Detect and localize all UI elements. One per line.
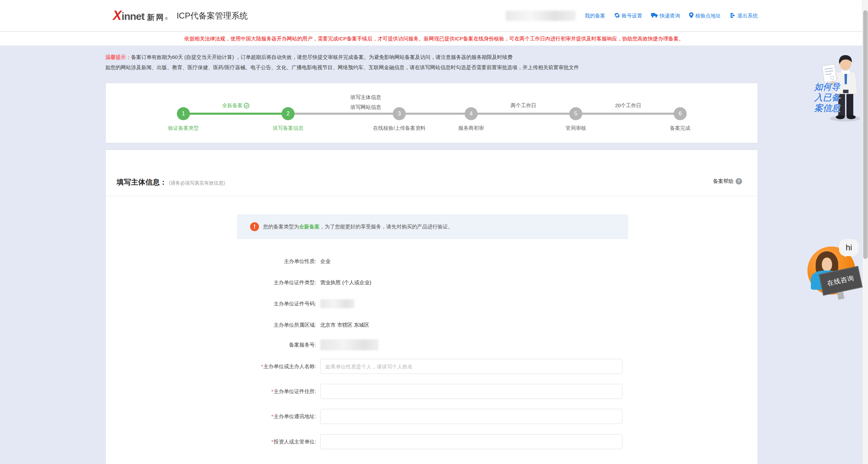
cert-address-input[interactable] [320, 384, 622, 399]
import-help-floater[interactable]: 如何导 入已备 案信息 [814, 51, 861, 123]
page-scrollbar [862, 0, 868, 464]
step-6-circle: 6 [674, 107, 687, 120]
row-service-number: 备案服务号: [106, 339, 757, 351]
warm-tips: 温馨提示：备案订单有效期为60天 (自提交当天开始计算) ，订单超期后将自动失效… [105, 52, 757, 73]
chat-hi-bubble: hi [839, 239, 859, 256]
step-1-label: 验证备案类型 [168, 125, 199, 131]
nav-express-query[interactable]: 快递查询 [651, 13, 680, 19]
form-subtitle: (请务必填写真实有效信息) [169, 180, 225, 186]
record-help-link[interactable]: 备案帮助 ? [713, 178, 742, 185]
stepper-track-completed [183, 113, 288, 115]
row-org-nature: 主办单位性质: 企业 [106, 256, 757, 266]
row-cert-type: 主办单位证件类型: 营业执照 (个人或企业) [106, 277, 757, 288]
redacted-service-number [320, 339, 378, 350]
check-circle-icon [244, 103, 249, 109]
logo-wordmark: innet [121, 11, 144, 22]
registered-mark: ® [165, 16, 168, 21]
org-name-input[interactable] [320, 359, 622, 374]
step-3-label: 在线核验/上传备案资料 [373, 125, 426, 131]
step-2-label: 填写备案信息 [273, 125, 303, 131]
row-cert-address: *主办单位证件住所: [106, 384, 757, 399]
warm-tips-line2: 如您的网站涉及新闻、出版、教育、医疗保健、医药/医疗器械、电子公告、文化、广播电… [105, 62, 757, 73]
online-chat-label: 在线咨询 [826, 274, 855, 288]
row-region: 主办单位所属区域: 北京市 市辖区 东城区 [106, 320, 757, 330]
location-pin-icon [689, 12, 694, 19]
top-header: Xinnet 新网® ICP代备案管理系统 我的备案 账号设置 快递查询 [0, 0, 868, 32]
xinnet-logo[interactable]: Xinnet 新网® [113, 9, 168, 23]
warm-tips-label: 温馨提示： [105, 54, 131, 60]
logo-chinese: 新网 [147, 12, 165, 23]
segment-label-fill-info: 填写主体信息 填写网站信息 [350, 92, 381, 112]
form-title: 填写主体信息：(请务必填写真实有效信息) [117, 177, 225, 187]
redacted-cert-number [320, 299, 354, 308]
step-5-label: 管局审核 [566, 125, 586, 131]
form-header: 填写主体信息：(请务必填写真实有效信息) 备案帮助 ? [106, 150, 757, 196]
row-mailing-address: *主办单位通讯地址: [106, 409, 757, 424]
legal-alert-bar: 依据相关法律法规，使用中国大陆服务器开办网站的用户，需要完成ICP备案手续后，才… [0, 32, 868, 46]
record-type-notice: ! 您的备案类型为全新备案，为了您能更好的享受服务，请先对购买的产品进行验证。 [237, 214, 628, 239]
scrollbar-thumb[interactable] [863, 10, 868, 259]
warm-tips-line1: 温馨提示：备案订单有效期为60天 (自提交当天开始计算) ，订单超期后将自动失效… [105, 52, 757, 62]
nav-my-records[interactable]: 我的备案 [585, 13, 605, 19]
question-mark-icon: ? [736, 178, 742, 185]
investor-input[interactable] [320, 434, 622, 449]
step-3-circle: 3 [393, 107, 406, 120]
account-name-redacted [506, 11, 576, 21]
exclamation-icon: ! [250, 222, 259, 231]
logout-icon [730, 13, 736, 19]
step-4-circle: 4 [465, 107, 478, 120]
segment-label-new-record: 全新备案 [222, 102, 249, 109]
mailing-address-input[interactable] [320, 409, 622, 424]
chat-agent-face [822, 258, 832, 271]
step-6-label: 备案完成 [670, 125, 690, 131]
segment-label-twenty-days: 20个工作日 [615, 102, 642, 109]
logo-x-glyph: X [113, 9, 121, 22]
gear-icon [614, 12, 620, 19]
step-5-circle: 5 [569, 107, 582, 120]
nav-verification-address[interactable]: 核验点地址 [689, 12, 721, 19]
segment-label-two-days: 两个工作日 [511, 102, 536, 109]
page-title: ICP代备案管理系统 [177, 10, 248, 21]
nav-logout[interactable]: 退出系统 [730, 13, 758, 19]
record-type-highlight: 全新备案 [299, 224, 320, 229]
row-org-name: *主办单位或主办人名称: [106, 359, 757, 374]
import-help-text: 如何导 入已备 案信息 [814, 81, 840, 113]
step-1-circle: 1 [177, 107, 190, 120]
subject-info-form-panel: 填写主体信息：(请务必填写真实有效信息) 备案帮助 ? ! 您的备案类型为全新备… [105, 150, 758, 464]
page: Xinnet 新网® ICP代备案管理系统 我的备案 账号设置 快递查询 [0, 0, 868, 464]
legal-alert-text: 依据相关法律法规，使用中国大陆服务器开办网站的用户，需要完成ICP备案手续后，才… [184, 36, 684, 42]
step-4-label: 服务商初审 [458, 125, 484, 131]
step-2-circle: 2 [282, 107, 295, 120]
row-cert-number: 主办单位证件号码: [106, 299, 757, 309]
progress-stepper-panel: 全新备案 填写主体信息 填写网站信息 两个工作日 20个工作日 1 2 3 4 … [105, 83, 758, 143]
row-investor: *投资人或主管单位: [106, 434, 757, 449]
online-chat-floater[interactable]: 在线咨询 hi [806, 239, 861, 306]
truck-icon [651, 13, 658, 19]
nav-account-settings[interactable]: 账号设置 [614, 12, 642, 19]
